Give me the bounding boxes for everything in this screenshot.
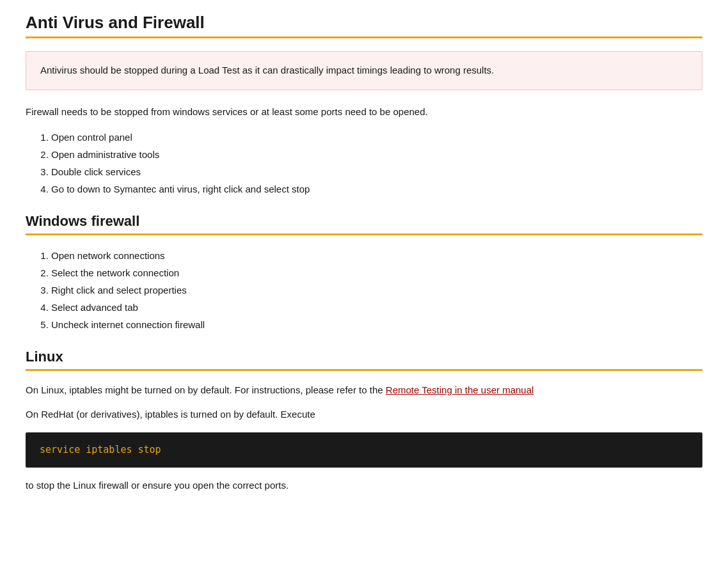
list-item: Select advanced tab [51,299,702,316]
redhat-text: On RedHat (or derivatives), iptables is … [26,407,702,422]
linux-intro-text: On Linux, iptables might be turned on by… [26,384,386,395]
windows-firewall-steps-list: Open network connections Select the netw… [51,247,702,333]
linux-divider [26,369,702,371]
list-item: Uncheck internet connection firewall [51,316,702,333]
linux-title: Linux [26,349,702,365]
footer-text: to stop the Linux firewall or ensure you… [26,478,702,493]
warning-text: Antivirus should be stopped during a Loa… [40,63,688,78]
antivirus-steps-list: Open control panel Open administrative t… [51,129,702,198]
code-text: service iptables stop [40,444,161,455]
list-item: Open control panel [51,129,702,146]
page-title: Anti Virus and Firewall [26,13,702,33]
list-item: Double click services [51,163,702,180]
windows-firewall-title: Windows firewall [26,213,702,230]
list-item: Open administrative tools [51,146,702,163]
list-item: Go to down to Symantec anti virus, right… [51,180,702,198]
list-item: Open network connections [51,247,702,264]
warning-box: Antivirus should be stopped during a Loa… [26,51,702,90]
windows-firewall-divider [26,233,702,235]
list-item: Select the network connection [51,264,702,281]
remote-testing-link[interactable]: Remote Testing in the user manual [386,384,534,395]
firewall-intro: Firewall needs to be stopped from window… [26,104,702,120]
code-block: service iptables stop [26,432,702,468]
title-divider [26,36,702,38]
linux-intro: On Linux, iptables might be turned on by… [26,383,702,398]
list-item: Right click and select properties [51,281,702,299]
